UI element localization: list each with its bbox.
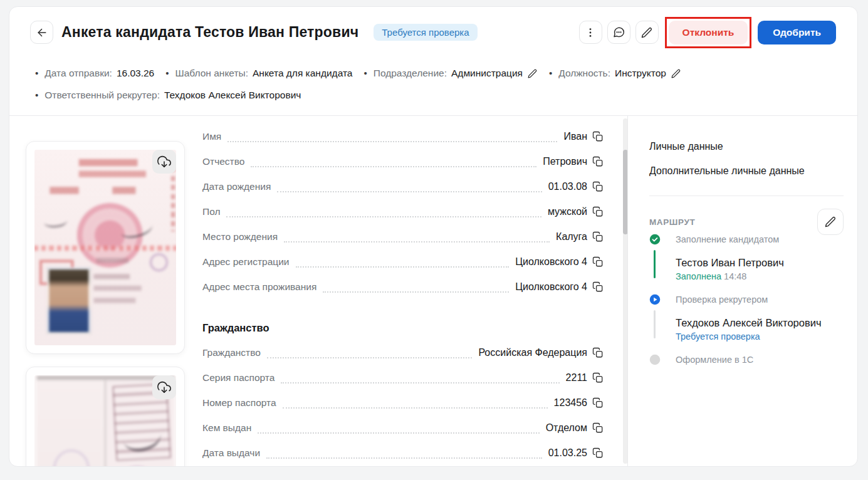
comments-button[interactable]	[607, 21, 630, 44]
copy-icon[interactable]	[592, 281, 604, 293]
meta-value: Техдоков Алексей Викторович	[164, 88, 301, 102]
dotted-leader	[277, 190, 541, 192]
edit-position-icon[interactable]	[671, 68, 681, 79]
field-label: Гражданство	[202, 347, 261, 358]
step-title: Проверка рекрутером	[676, 293, 844, 306]
step-detail: Тестов Иван Петрович Заполнена 14:48	[676, 256, 844, 283]
form-field-row: Отчество Петрович	[202, 149, 604, 174]
dotted-leader	[266, 456, 542, 459]
copy-icon[interactable]	[592, 372, 604, 383]
play-circle-icon	[649, 294, 661, 305]
dotted-leader	[284, 240, 550, 243]
header: Анкета кандидата Тестов Иван Петрович Тр…	[9, 7, 857, 116]
passport-registration-page-thumbnail[interactable]	[26, 367, 185, 466]
copy-icon[interactable]	[592, 256, 604, 268]
copy-icon[interactable]	[592, 156, 604, 167]
step-person: Тестов Иван Петрович	[676, 256, 844, 269]
reject-button[interactable]: Отклонить	[669, 21, 748, 44]
meta-item-department: • Подразделение: Администрация	[363, 66, 537, 80]
dotted-leader	[281, 381, 559, 383]
copy-icon[interactable]	[592, 347, 604, 358]
meta-line-2: • Ответственный рекрутер: Техдоков Алекс…	[35, 88, 836, 102]
step-status-text: Заполнена	[676, 271, 721, 281]
step-detail: Техдоков Алексей Викторович Требуется пр…	[676, 316, 844, 343]
pencil-icon	[824, 216, 837, 228]
route-header: МАРШРУТ	[649, 209, 844, 235]
field-label: Место рождения	[202, 231, 278, 243]
personal-data-form: Имя Иван Отчество Петрович Дата рождения…	[202, 116, 604, 466]
content-area: Имя Иван Отчество Петрович Дата рождения…	[9, 116, 857, 466]
field-value: Иван	[563, 131, 587, 142]
pending-circle-icon	[649, 354, 661, 365]
pencil-icon	[641, 26, 653, 39]
form-field-row: Номер паспорта 123456	[202, 390, 604, 415]
dotted-leader	[258, 431, 539, 434]
field-label: Кем выдан	[202, 422, 251, 434]
field-label: Отчество	[202, 156, 244, 167]
route-step-1c-processing: Оформление в 1С	[649, 353, 844, 366]
form-field-row: Кем выдан Отделом	[202, 415, 604, 441]
step-status: Требуется проверка	[676, 330, 844, 343]
meta-value: Администрация	[451, 66, 523, 80]
field-value: Калуга	[556, 231, 587, 243]
field-label: Пол	[202, 206, 220, 217]
approve-button[interactable]: Одобрить	[758, 21, 836, 44]
copy-icon[interactable]	[592, 447, 604, 459]
step-title: Заполнение кандидатом	[676, 233, 844, 246]
copy-icon[interactable]	[592, 131, 604, 142]
passport-main-page-thumbnail[interactable]	[26, 141, 185, 354]
copy-icon[interactable]	[592, 206, 604, 217]
arrow-left-icon	[36, 26, 48, 39]
form-field-row: Адрес регистрации Циолковского 4	[202, 249, 604, 274]
download-button[interactable]	[152, 375, 176, 399]
form-field-row: Дата выдачи 01.03.25	[202, 441, 604, 466]
kebab-menu-icon	[584, 26, 597, 39]
edit-route-button[interactable]	[817, 209, 844, 235]
step-connector-done	[654, 250, 656, 278]
meta-value: Анкета для кандидата	[253, 66, 352, 80]
copy-icon[interactable]	[592, 397, 604, 409]
bullet: •	[35, 66, 38, 80]
meta-label: Шаблон анкеты:	[175, 66, 249, 80]
status-badge: Требуется проверка	[374, 24, 477, 41]
edit-department-icon[interactable]	[527, 68, 538, 79]
copy-icon[interactable]	[592, 422, 604, 434]
bullet: •	[549, 66, 552, 80]
route-title: МАРШРУТ	[649, 217, 695, 227]
sidebar-item-additional-personal-data[interactable]: Дополнительные личные данные	[649, 164, 844, 178]
route-step-recruiter-review: Проверка рекрутером Техдоков Алексей Вик…	[649, 293, 844, 343]
field-label: Дата рождения	[202, 181, 271, 192]
bullet: •	[363, 66, 367, 80]
step-status-text: Требуется проверка	[676, 331, 760, 342]
sidebar-item-personal-data[interactable]: Личные данные	[649, 140, 844, 154]
dotted-leader	[323, 290, 509, 293]
field-value: 2211	[566, 372, 587, 383]
edit-profile-button[interactable]	[635, 21, 659, 44]
field-label: Имя	[202, 131, 221, 142]
meta-value: Инструктор	[615, 66, 666, 80]
field-value: Российская Федерация	[478, 347, 587, 358]
check-circle-icon	[649, 234, 661, 245]
field-value: 01.03.08	[548, 181, 587, 192]
step-status-time: 14:48	[724, 271, 746, 281]
field-value: Отделом	[546, 422, 587, 434]
field-label: Дата выдачи	[202, 447, 260, 459]
documents-column	[26, 116, 186, 466]
form-field-row: Имя Иван	[202, 124, 604, 149]
sidebar-divider	[649, 196, 844, 196]
download-button[interactable]	[152, 150, 176, 174]
more-actions-button[interactable]	[579, 21, 602, 44]
field-label: Номер паспорта	[202, 397, 276, 409]
copy-icon[interactable]	[592, 181, 604, 192]
field-label: Серия паспорта	[202, 372, 275, 383]
meta-label: Ответственный рекрутер:	[44, 88, 160, 102]
page-title: Анкета кандидата Тестов Иван Петрович	[61, 24, 358, 41]
back-button[interactable]	[30, 21, 53, 44]
candidate-profile-card: Анкета кандидата Тестов Иван Петрович Тр…	[9, 6, 858, 467]
form-field-row: Дата рождения 01.03.08	[202, 174, 604, 199]
step-person: Техдоков Алексей Викторович	[676, 316, 844, 330]
copy-icon[interactable]	[592, 231, 604, 243]
page-background: Анкета кандидата Тестов Иван Петрович Тр…	[0, 0, 868, 480]
right-sidebar: Личные данные Дополнительные личные данн…	[627, 116, 857, 466]
bullet: •	[165, 66, 169, 80]
